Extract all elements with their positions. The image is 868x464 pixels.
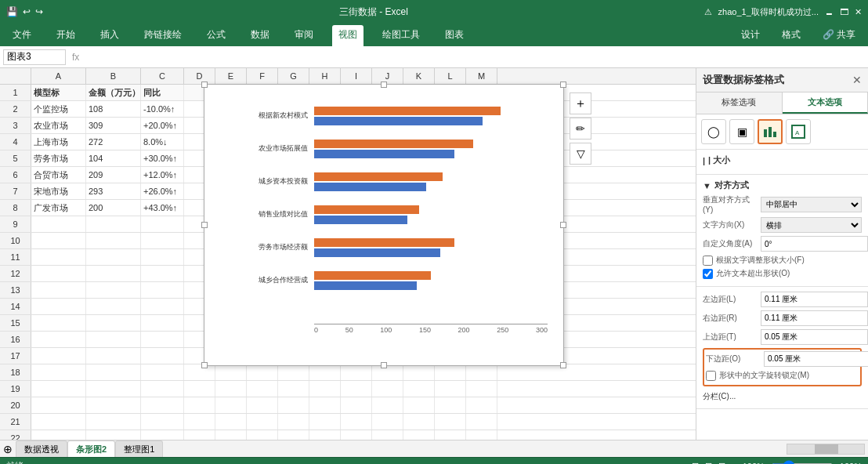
cell[interactable] (141, 348, 184, 364)
cell[interactable]: 劳务市场 (31, 150, 86, 166)
cell[interactable] (466, 381, 497, 397)
cell[interactable] (341, 381, 372, 397)
cell[interactable] (466, 364, 497, 380)
cell[interactable]: +26.0%↑ (141, 183, 184, 199)
cell[interactable]: +43.0%↑ (141, 200, 184, 216)
panel-tab-label[interactable]: 标签选项 (696, 92, 783, 114)
col-header-A[interactable]: A (31, 68, 86, 84)
resize-nw[interactable] (201, 82, 208, 88)
cell[interactable]: 模型标 (31, 85, 86, 100)
col-header-H[interactable]: H (309, 68, 341, 84)
cell[interactable] (215, 364, 247, 380)
vertical-align-select[interactable]: 中部居中 (761, 197, 862, 212)
cell[interactable]: 农业市场 (31, 118, 86, 133)
cell[interactable] (184, 414, 215, 430)
cell[interactable] (466, 397, 497, 413)
resize-sw[interactable] (201, 362, 208, 368)
panel-icon-text-box[interactable]: A (786, 119, 811, 144)
scrollbar-thumb[interactable] (815, 444, 838, 454)
sheet-tab-3[interactable]: 整理图1 (115, 440, 163, 458)
cell[interactable]: 宋地市场 (31, 183, 86, 199)
cell[interactable]: 293 (86, 183, 141, 199)
cell[interactable] (435, 364, 466, 380)
cell[interactable] (435, 414, 466, 430)
cell[interactable] (86, 430, 141, 440)
angle-input[interactable] (761, 236, 868, 252)
cell[interactable] (86, 381, 141, 397)
cell[interactable] (309, 430, 341, 440)
cell[interactable] (403, 414, 435, 430)
cell[interactable]: 108 (86, 101, 141, 117)
view-normal-icon[interactable]: ⊞ (692, 461, 699, 464)
cell[interactable] (372, 364, 403, 380)
panel-close-btn[interactable]: ✕ (852, 74, 862, 86)
resize-checkbox[interactable] (703, 256, 713, 266)
cell[interactable]: +12.0%↑ (141, 167, 184, 183)
cell[interactable] (31, 381, 86, 397)
cell[interactable] (403, 381, 435, 397)
cell[interactable] (141, 332, 184, 347)
cell[interactable] (403, 397, 435, 413)
cell[interactable] (215, 414, 247, 430)
cell[interactable] (86, 414, 141, 430)
cell[interactable] (184, 430, 215, 440)
tab-chart[interactable]: 图表 (439, 25, 470, 46)
panel-tab-text[interactable]: 文本选项 (783, 92, 869, 114)
cell[interactable] (31, 249, 86, 265)
cell[interactable] (31, 282, 86, 298)
cell[interactable] (278, 414, 309, 430)
share-btn[interactable]: 🔗 共享 (816, 25, 862, 46)
cell[interactable] (372, 414, 403, 430)
cell[interactable] (31, 266, 86, 281)
col-header-J[interactable]: J (372, 68, 403, 84)
lock-text-checkbox[interactable] (706, 371, 716, 381)
tab-review[interactable]: 审阅 (288, 25, 320, 46)
cell[interactable] (372, 430, 403, 440)
col-header-I[interactable]: I (341, 68, 372, 84)
cell[interactable]: 上海市场 (31, 134, 86, 150)
cell[interactable] (215, 397, 247, 413)
cell[interactable] (141, 266, 184, 281)
cell[interactable] (278, 397, 309, 413)
panel-icon-shape[interactable]: ◯ (701, 119, 726, 144)
cell[interactable] (141, 364, 184, 380)
cell[interactable] (215, 381, 247, 397)
cell[interactable] (184, 381, 215, 397)
cell[interactable] (31, 348, 86, 364)
redo-icon[interactable]: ↪ (35, 6, 43, 17)
cell[interactable] (141, 299, 184, 314)
view-layout-icon[interactable]: ⊟ (705, 461, 712, 464)
cell[interactable] (141, 381, 184, 397)
cell[interactable] (403, 430, 435, 440)
undo-icon[interactable]: ↩ (23, 6, 31, 17)
chart-overlay[interactable]: ＋ ✏ ▽ 根据新农村模式农业市场拓展值城乡资本投资额销售业绩对比值劳务市场经济… (204, 84, 564, 366)
save-icon[interactable]: 💾 (6, 6, 18, 17)
overflow-checkbox[interactable] (703, 269, 713, 279)
col-header-L[interactable]: L (435, 68, 466, 84)
cell[interactable] (141, 249, 184, 265)
chart-filter-btn[interactable]: ▽ (570, 143, 591, 165)
minimize-btn[interactable]: 🗕 (825, 7, 834, 16)
cell[interactable] (31, 233, 86, 248)
resize-w[interactable] (201, 222, 208, 228)
horizontal-scrollbar[interactable] (787, 444, 865, 455)
col-header-G[interactable]: G (278, 68, 309, 84)
tab-file[interactable]: 文件 (6, 25, 38, 46)
text-dir-select[interactable]: 横排 (761, 217, 862, 233)
chart-brush-btn[interactable]: ✏ (570, 118, 591, 140)
cell[interactable] (86, 266, 141, 281)
cell[interactable] (141, 282, 184, 298)
cell[interactable] (341, 364, 372, 380)
maximize-btn[interactable]: 🗖 (840, 7, 848, 16)
cell[interactable] (278, 364, 309, 380)
cell[interactable] (435, 430, 466, 440)
cell[interactable]: 广发市场 (31, 200, 86, 216)
close-btn[interactable]: ✕ (855, 7, 862, 17)
cell[interactable] (31, 414, 86, 430)
cell[interactable] (184, 364, 215, 380)
tab-draw[interactable]: 绘图工具 (376, 25, 426, 46)
cell[interactable] (435, 381, 466, 397)
cell[interactable]: 同比 (141, 85, 184, 100)
cell[interactable]: -10.0%↑ (141, 101, 184, 117)
cell[interactable] (31, 216, 86, 232)
